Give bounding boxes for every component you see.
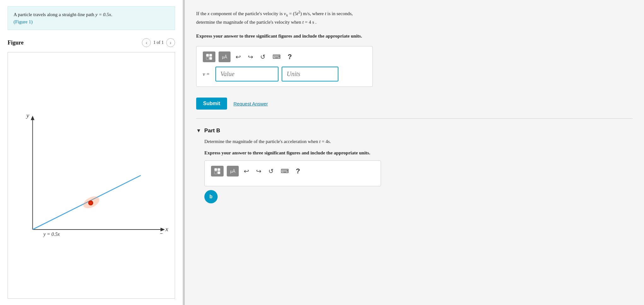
svg-rect-19 [214, 171, 217, 174]
part-b-emphasis: Express your answer to three significant… [196, 149, 455, 157]
undo-button-a[interactable]: ↩ [234, 52, 243, 62]
matrix-button-b[interactable] [211, 166, 224, 176]
svg-rect-16 [209, 57, 212, 60]
part-b-circle-indicator: b [204, 190, 218, 203]
greek-button-a[interactable]: μÅ [219, 51, 231, 62]
figure-prev-button[interactable]: ‹ [142, 38, 151, 47]
request-answer-button-a[interactable]: Request Answer [233, 101, 268, 106]
figure-nav-controls: ‹ 1 of 1 › [142, 38, 175, 47]
help-icon-a: ? [288, 53, 292, 61]
figure-box: y x − y = 0.5x [8, 52, 175, 299]
units-input-a[interactable] [282, 67, 338, 81]
help-button-b[interactable]: ? [294, 166, 302, 176]
equation-inline: y = 0.5x [96, 12, 111, 17]
left-panel: A particle travels along a straight-line… [0, 0, 183, 305]
section-divider [196, 118, 633, 119]
problem-text: A particle travels along a straight-line… [14, 12, 112, 17]
greek-label-b: μÅ [230, 169, 235, 174]
svg-text:y: y [26, 112, 29, 119]
redo-icon-b: ↪ [256, 167, 261, 175]
svg-text:−: − [160, 231, 163, 236]
part-b-text-1: Determine the magnitude of the particle'… [204, 139, 331, 144]
redo-button-a[interactable]: ↪ [246, 52, 255, 62]
emphasis-label-a: Express your answer to three significant… [196, 33, 362, 39]
collapse-arrow-b[interactable]: ▼ [196, 128, 201, 134]
toolbar-a: μÅ ↩ ↪ ↺ ⌨ ? [203, 51, 366, 62]
question-text-part-a: If the x component of the particle's vel… [196, 9, 455, 26]
v-equals-label: v = [203, 71, 212, 77]
undo-icon-b: ↩ [244, 167, 249, 175]
answer-box-part-b: μÅ ↩ ↪ ↺ ⌨ ? [204, 160, 381, 186]
svg-rect-15 [206, 57, 209, 60]
figure-title: Figure [8, 39, 24, 46]
toolbar-b: μÅ ↩ ↪ ↺ ⌨ ? [211, 166, 374, 176]
figure-next-button[interactable]: › [166, 38, 175, 47]
keyboard-icon-a: ⌨ [272, 53, 281, 60]
redo-icon-a: ↪ [248, 53, 253, 61]
undo-button-b[interactable]: ↩ [242, 166, 251, 176]
svg-text:y = 0.5x: y = 0.5x [43, 231, 60, 237]
part-b-label: Part B [204, 128, 220, 134]
figure-header: Figure ‹ 1 of 1 › [8, 38, 175, 47]
question-text-1: If the x component of the particle's vel… [196, 11, 353, 16]
svg-rect-13 [206, 54, 209, 57]
part-b-emphasis-label: Express your answer to three significant… [204, 150, 370, 155]
figure-link[interactable]: (Figure 1) [14, 19, 32, 24]
greek-label-a: μÅ [222, 55, 227, 59]
keyboard-icon-b: ⌨ [281, 168, 289, 175]
figure-page-indicator: 1 of 1 [153, 40, 164, 45]
svg-point-12 [90, 202, 92, 204]
value-input-a[interactable] [215, 67, 278, 81]
refresh-button-b[interactable]: ↺ [266, 166, 276, 176]
emphasis-text-a: Express your answer to three significant… [196, 32, 455, 40]
svg-rect-14 [209, 54, 212, 57]
answer-box-part-a: μÅ ↩ ↪ ↺ ⌨ ? v = [196, 46, 373, 87]
action-row-a: Submit Request Answer [196, 98, 633, 110]
part-b-header: ▼ Part B [196, 128, 633, 134]
question-text-2: determine the magnitude of the particle'… [196, 20, 316, 25]
greek-button-b[interactable]: μÅ [227, 166, 239, 176]
problem-statement-box: A particle travels along a straight-line… [8, 6, 175, 30]
redo-button-b[interactable]: ↪ [254, 166, 263, 176]
help-button-a[interactable]: ? [286, 51, 294, 62]
refresh-button-a[interactable]: ↺ [258, 52, 267, 62]
matrix-button-a[interactable] [203, 51, 215, 62]
right-panel: If the x component of the particle's vel… [185, 0, 644, 305]
refresh-icon-a: ↺ [260, 53, 266, 61]
keyboard-button-b[interactable]: ⌨ [279, 166, 291, 176]
help-icon-b: ? [296, 167, 300, 175]
circle-label: b [209, 194, 213, 200]
svg-rect-18 [218, 168, 220, 171]
part-b-section: ▼ Part B Determine the magnitude of the … [196, 128, 633, 203]
svg-rect-20 [218, 171, 220, 174]
svg-text:x: x [165, 226, 168, 232]
input-row-a: v = [203, 67, 366, 81]
svg-rect-17 [214, 168, 217, 171]
refresh-icon-b: ↺ [268, 167, 274, 175]
submit-button-a[interactable]: Submit [196, 98, 227, 110]
keyboard-button-a[interactable]: ⌨ [271, 52, 283, 62]
part-b-question-text: Determine the magnitude of the particle'… [196, 138, 455, 145]
undo-icon-a: ↩ [236, 53, 241, 61]
